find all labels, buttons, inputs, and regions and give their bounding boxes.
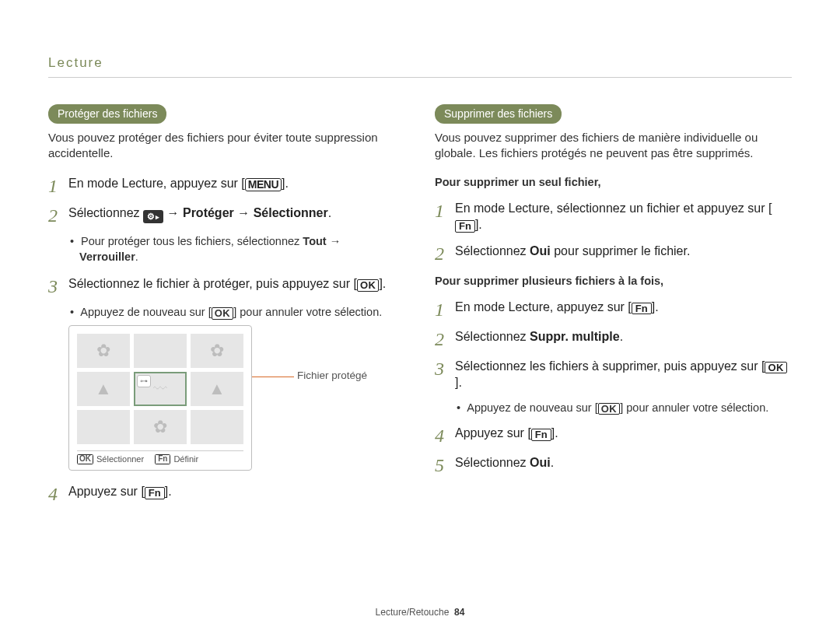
thumb: ▲ bbox=[77, 372, 130, 406]
text: Appuyez sur bbox=[68, 485, 141, 498]
step-number: 3 bbox=[435, 358, 455, 378]
column-delete: Supprimer des fichiers Vous pouvez suppr… bbox=[435, 104, 792, 513]
manual-page: Lecture Protéger des fichiers Vous pouve… bbox=[0, 0, 840, 634]
thumbnail-grid: ✿ ✿ ▲ ⊶ 〰 ▲ ✿ bbox=[77, 334, 243, 444]
text: Appuyez de nouveau sur bbox=[80, 306, 208, 318]
step-number: 1 bbox=[435, 200, 455, 220]
sub-bullet: • Pour protéger tous les fichiers, sélec… bbox=[70, 234, 405, 264]
text-bold: Oui bbox=[530, 244, 551, 257]
step-number: 3 bbox=[48, 275, 68, 296]
text: Sélectionnez bbox=[455, 244, 530, 257]
lock-icon: ⊶ bbox=[137, 375, 151, 387]
subhead-delete-many: Pour supprimer plusieurs fichiers à la f… bbox=[435, 274, 792, 289]
thumbnail-device: ✿ ✿ ▲ ⊶ 〰 ▲ ✿ OK Sélectio bbox=[68, 325, 252, 471]
page-number: 84 bbox=[454, 607, 464, 618]
step-number: 4 bbox=[48, 483, 68, 503]
thumbnail-device-figure: ✿ ✿ ▲ ⊶ 〰 ▲ ✿ OK Sélectio bbox=[68, 325, 405, 471]
fn-button-icon: Fn bbox=[155, 454, 170, 464]
text: Appuyez sur bbox=[455, 426, 527, 440]
ok-button-icon: OK bbox=[357, 279, 380, 292]
subhead-delete-one: Pour supprimer un seul fichier, bbox=[435, 175, 792, 191]
steps-protect-end: 4 Appuyez sur [Fn]. bbox=[48, 483, 405, 503]
ok-button-icon: OK bbox=[212, 307, 234, 320]
arrow-icon: → bbox=[330, 235, 341, 247]
text-bold: Protéger bbox=[183, 206, 237, 219]
ok-button-icon: OK bbox=[765, 362, 787, 374]
arrow-icon: → bbox=[237, 206, 250, 219]
step-body: Sélectionnez → Protéger → Sélectionner. bbox=[68, 205, 405, 223]
step-number: 5 bbox=[435, 454, 455, 475]
steps-protect-cont: 3 Sélectionnez le fichier à protéger, pu… bbox=[48, 275, 405, 296]
step-body: Sélectionnez le fichier à protéger, puis… bbox=[68, 275, 405, 292]
text: . bbox=[655, 300, 658, 313]
text: . bbox=[328, 206, 331, 219]
fish-icon: 〰 bbox=[153, 380, 167, 398]
step-body: En mode Lecture, appuyez sur [Fn]. bbox=[455, 299, 792, 316]
text: . bbox=[458, 376, 461, 389]
text: pour annuler votre sélection. bbox=[236, 306, 382, 318]
text: . bbox=[135, 250, 138, 263]
text: Appuyez de nouveau sur bbox=[467, 401, 594, 414]
step-body: Sélectionnez les fichiers à supprimer, p… bbox=[455, 358, 792, 391]
intro-delete: Vous pouvez supprimer des fichiers de ma… bbox=[435, 130, 792, 162]
text-bold: Tout bbox=[303, 235, 326, 247]
thumb bbox=[191, 410, 243, 444]
fn-button-icon: Fn bbox=[455, 220, 475, 233]
step-number: 2 bbox=[435, 243, 455, 263]
text: En mode Lecture, sélectionnez un fichier… bbox=[455, 201, 768, 215]
step-body: Sélectionnez Oui. bbox=[455, 454, 792, 471]
text: En mode Lecture, appuyez sur bbox=[455, 300, 628, 313]
text: . bbox=[620, 330, 623, 343]
footer-section: Lecture/Retouche bbox=[376, 607, 450, 618]
pill-protect: Protéger des fichiers bbox=[48, 104, 166, 124]
fn-button-icon: Fn bbox=[632, 303, 652, 315]
text: . bbox=[555, 426, 558, 440]
text: Définir bbox=[173, 454, 198, 465]
steps-protect: 1 En mode Lecture, appuyez sur [MENU]. 2… bbox=[48, 175, 405, 225]
pill-delete: Supprimer des fichiers bbox=[435, 104, 562, 124]
thumb: ✿ bbox=[77, 334, 130, 368]
step-body: En mode Lecture, sélectionnez un fichier… bbox=[455, 200, 792, 233]
step-body: En mode Lecture, appuyez sur [MENU]. bbox=[68, 175, 405, 192]
thumb-selected: ⊶ 〰 bbox=[134, 372, 187, 406]
step-number: 4 bbox=[435, 425, 455, 445]
step-body: Appuyez sur [Fn]. bbox=[68, 483, 405, 500]
step-body: Appuyez sur [Fn]. bbox=[455, 425, 792, 442]
thumb: ✿ bbox=[191, 334, 243, 368]
thumb: ✿ bbox=[134, 410, 187, 444]
callout-label: Fichier protégé bbox=[297, 369, 367, 383]
thumb: ▲ bbox=[191, 372, 243, 406]
step-body: Sélectionnez Suppr. multiple. bbox=[455, 328, 792, 345]
ok-button-icon: OK bbox=[598, 403, 621, 415]
text: . bbox=[551, 456, 554, 469]
thumb bbox=[134, 334, 187, 368]
text: Pour protéger tous les fichiers, sélecti… bbox=[81, 235, 303, 247]
text: En mode Lecture, appuyez sur bbox=[68, 177, 241, 190]
text: Sélectionnez bbox=[68, 206, 143, 219]
callout-leader-line bbox=[252, 377, 294, 421]
text-bold: Sélectionner bbox=[254, 206, 328, 219]
step-body: Sélectionnez Oui pour supprimer le fichi… bbox=[455, 243, 792, 260]
sub-bullet: • Appuyez de nouveau sur [OK] pour annul… bbox=[457, 401, 792, 416]
step-number: 2 bbox=[435, 328, 455, 349]
settings-play-icon bbox=[143, 210, 163, 223]
text: Sélectionnez bbox=[455, 456, 530, 469]
text: . bbox=[383, 277, 386, 290]
intro-protect: Vous pouvez protéger des fichiers pour é… bbox=[48, 130, 405, 162]
ok-button-icon: OK bbox=[77, 454, 93, 464]
text-bold: Suppr. multiple bbox=[530, 330, 620, 343]
menu-button-icon: MENU bbox=[245, 178, 282, 191]
step-number: 2 bbox=[48, 205, 68, 225]
columns: Protéger des fichiers Vous pouvez protég… bbox=[48, 104, 792, 513]
device-footer: OK Sélectionner Fn Définir bbox=[77, 450, 243, 465]
arrow-icon: → bbox=[167, 206, 180, 219]
text: . bbox=[168, 485, 171, 498]
text: Sélectionnez bbox=[455, 330, 530, 343]
fn-button-icon: Fn bbox=[145, 487, 165, 499]
text: pour supprimer le fichier. bbox=[551, 244, 691, 257]
text-bold: Oui bbox=[530, 456, 551, 469]
steps-delete-many: 1 En mode Lecture, appuyez sur [Fn]. 2 S… bbox=[435, 299, 792, 391]
steps-delete-one: 1 En mode Lecture, sélectionnez un fichi… bbox=[435, 200, 792, 263]
step-number: 1 bbox=[435, 299, 455, 319]
column-protect: Protéger des fichiers Vous pouvez protég… bbox=[48, 104, 405, 513]
